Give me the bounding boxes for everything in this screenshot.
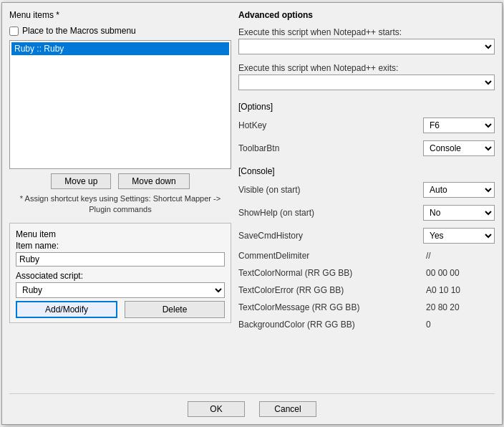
textnormal-label: TextColorNormal (RR GG BB) xyxy=(238,268,423,278)
left-panel: Menu items * Place to the Macros submenu… xyxy=(9,10,231,388)
options-header: [Options] xyxy=(238,102,495,112)
add-delete-row: Add/Modify Delete xyxy=(16,301,225,318)
macros-submenu-label: Place to the Macros submenu xyxy=(22,26,136,36)
bgcolor-row: BackgroundColor (RR GG BB) 0 xyxy=(238,320,495,330)
right-panel: Advanced options Execute this script whe… xyxy=(238,10,495,388)
showhelp-control: No xyxy=(423,205,495,221)
assign-shortcut-text: * Assign shortcut keys using Settings: S… xyxy=(9,193,231,216)
visible-control: Auto xyxy=(423,182,495,198)
textnormal-value: 00 00 00 xyxy=(423,268,495,278)
associated-script-label: Associated script: xyxy=(16,271,225,281)
hotkey-label: HotKey xyxy=(238,120,423,130)
comment-value: // xyxy=(423,251,495,261)
move-down-button[interactable]: Move down xyxy=(118,173,189,189)
hotkey-select[interactable]: F6 xyxy=(423,117,495,133)
bgcolor-value: 0 xyxy=(423,320,495,330)
execute-start-label: Execute this script when Notepad++ start… xyxy=(238,27,495,37)
textnormal-row: TextColorNormal (RR GG BB) 00 00 00 xyxy=(238,268,495,278)
move-buttons-row: Move up Move down xyxy=(9,173,231,189)
showhelp-label: ShowHelp (on start) xyxy=(238,208,423,218)
item-name-input[interactable] xyxy=(16,252,225,267)
menu-item-section: Menu item Item name: Associated script: … xyxy=(9,223,231,323)
savecmd-control: Yes xyxy=(423,228,495,244)
toolbarbtn-select[interactable]: Console xyxy=(423,140,495,156)
associated-script-select[interactable]: Ruby xyxy=(16,282,225,298)
console-header: [Console] xyxy=(238,166,495,176)
menu-items-label: Menu items * xyxy=(9,10,231,20)
showhelp-select[interactable]: No xyxy=(423,205,495,221)
textmessage-row: TextColorMessage (RR GG BB) 20 80 20 xyxy=(238,302,495,312)
comment-label: CommentDelimiter xyxy=(238,251,423,261)
item-name-label: Item name: xyxy=(16,241,225,251)
dialog-footer: OK Cancel xyxy=(9,393,495,417)
toolbarbtn-row: ToolbarBtn Console xyxy=(238,140,495,156)
cancel-button[interactable]: Cancel xyxy=(259,401,316,417)
advanced-options-label: Advanced options xyxy=(238,10,495,20)
execute-exit-label: Execute this script when Notepad++ exits… xyxy=(238,63,495,73)
texterror-label: TextColorError (RR GG BB) xyxy=(238,285,423,295)
list-item[interactable]: Ruby :: Ruby xyxy=(11,42,229,55)
toolbarbtn-control: Console xyxy=(423,140,495,156)
texterror-value: A0 10 10 xyxy=(423,285,495,295)
menu-items-list[interactable]: Ruby :: Ruby xyxy=(9,40,231,169)
texterror-row: TextColorError (RR GG BB) A0 10 10 xyxy=(238,285,495,295)
savecmd-label: SaveCmdHistory xyxy=(238,231,423,241)
savecmd-row: SaveCmdHistory Yes xyxy=(238,228,495,244)
bgcolor-label: BackgroundColor (RR GG BB) xyxy=(238,320,423,330)
execute-exit-select[interactable] xyxy=(238,75,495,90)
hotkey-control: F6 xyxy=(423,117,495,133)
execute-start-select[interactable] xyxy=(238,39,495,54)
ok-button[interactable]: OK xyxy=(188,401,245,417)
hotkey-row: HotKey F6 xyxy=(238,117,495,133)
visible-select[interactable]: Auto xyxy=(423,182,495,198)
textmessage-label: TextColorMessage (RR GG BB) xyxy=(238,302,423,312)
macros-submenu-row: Place to the Macros submenu xyxy=(9,26,231,36)
comment-row: CommentDelimiter // xyxy=(238,251,495,261)
delete-button[interactable]: Delete xyxy=(125,301,225,318)
menu-item-section-label: Menu item xyxy=(16,229,225,239)
visible-label: Visible (on start) xyxy=(238,185,423,195)
toolbarbtn-label: ToolbarBtn xyxy=(238,143,423,153)
add-modify-button[interactable]: Add/Modify xyxy=(16,301,117,318)
execute-exit-field: Execute this script when Notepad++ exits… xyxy=(238,63,495,90)
textmessage-value: 20 80 20 xyxy=(423,302,495,312)
visible-row: Visible (on start) Auto xyxy=(238,182,495,198)
macros-submenu-checkbox[interactable] xyxy=(9,27,19,36)
move-up-button[interactable]: Move up xyxy=(51,173,111,189)
showhelp-row: ShowHelp (on start) No xyxy=(238,205,495,221)
savecmd-select[interactable]: Yes xyxy=(423,228,495,244)
main-dialog: Menu items * Place to the Macros submenu… xyxy=(1,2,503,425)
execute-start-field: Execute this script when Notepad++ start… xyxy=(238,27,495,54)
